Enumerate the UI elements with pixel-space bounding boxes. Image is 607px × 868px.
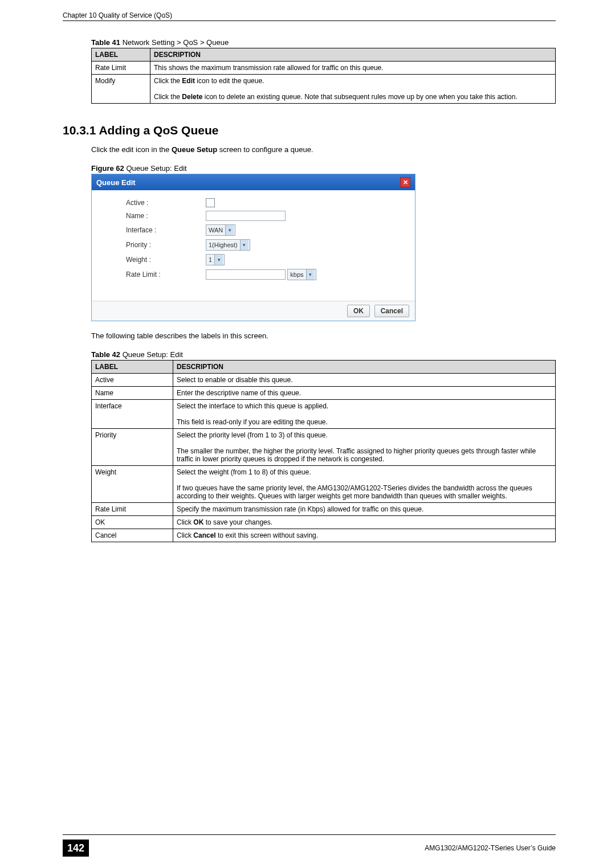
- table41: LABEL DESCRIPTION Rate Limit This shows …: [91, 48, 556, 104]
- intro-bold: Queue Setup: [172, 145, 217, 154]
- cell-bold: OK: [193, 518, 203, 526]
- table-row: Active Select to enable or disable this …: [92, 374, 556, 387]
- interface-select[interactable]: WAN ▾: [206, 224, 235, 236]
- table41-row0-desc: This shows the maximum transmission rate…: [150, 62, 556, 75]
- table42-row0-desc: Select to enable or disable this queue.: [173, 374, 556, 387]
- form-row-priority: Priority : 1(Highest) ▾: [126, 239, 404, 251]
- table42-row7-label: Cancel: [92, 529, 173, 542]
- dialog-footer: OK Cancel: [92, 301, 415, 321]
- figure62-caption: Figure 62 Queue Setup: Edit: [91, 164, 556, 173]
- table42-row5-label: Rate Limit: [92, 503, 173, 516]
- table42-row6-label: OK: [92, 516, 173, 529]
- dialog-title-text: Queue Edit: [96, 178, 136, 187]
- table42: LABEL DESCRIPTION Active Select to enabl…: [91, 360, 556, 542]
- cell-text: to exit this screen without saving.: [216, 531, 318, 539]
- table-row: OK Click OK to save your changes.: [92, 516, 556, 529]
- table-row: Interface Select the interface to which …: [92, 400, 556, 429]
- cancel-button[interactable]: Cancel: [374, 305, 409, 317]
- weight-value: 1: [209, 256, 212, 263]
- active-checkbox[interactable]: [206, 198, 215, 207]
- table42-caption-text: Queue Setup: Edit: [123, 350, 183, 359]
- table42-caption-prefix: Table 42: [91, 350, 123, 359]
- ok-button[interactable]: OK: [347, 305, 370, 317]
- rate-limit-input[interactable]: [206, 269, 286, 280]
- chevron-down-icon: ▾: [306, 269, 315, 280]
- page-number: 142: [63, 840, 89, 857]
- label-priority: Priority :: [126, 241, 206, 249]
- table42-row0-label: Active: [92, 374, 173, 387]
- label-interface: Interface :: [126, 226, 206, 234]
- cell-text: This field is read-only if you are editi…: [177, 418, 328, 426]
- cell-text: Select the weight (from 1 to 8) of this …: [177, 468, 311, 476]
- label-active: Active :: [126, 199, 206, 207]
- rate-unit-select[interactable]: kbps ▾: [287, 269, 316, 280]
- table42-caption: Table 42 Queue Setup: Edit: [91, 350, 556, 359]
- chevron-down-icon: ▾: [225, 225, 234, 235]
- chevron-down-icon: ▾: [240, 240, 248, 250]
- footer-row: 142 AMG1302/AMG1202-TSeries User’s Guide: [63, 840, 556, 857]
- table41-caption: Table 41 Network Setting > QoS > Queue: [91, 38, 556, 47]
- table42-row3-desc: Select the priority level (from 1 to 3) …: [173, 429, 556, 466]
- name-input[interactable]: [206, 211, 286, 221]
- page-footer: 142 AMG1302/AMG1202-TSeries User’s Guide: [0, 834, 607, 857]
- dialog-titlebar: Queue Edit ✕: [92, 174, 415, 190]
- figure62-caption-text: Queue Setup: Edit: [126, 164, 186, 173]
- form-row-rate-limit: Rate Limit : kbps ▾: [126, 269, 404, 280]
- footer-rule: [63, 834, 556, 835]
- form-row-weight: Weight : 1 ▾: [126, 254, 404, 265]
- table-row: Weight Select the weight (from 1 to 8) o…: [92, 466, 556, 503]
- table41-row0-label: Rate Limit: [92, 62, 150, 75]
- cell-text: Click the: [154, 93, 182, 101]
- table42-row4-desc: Select the weight (from 1 to 8) of this …: [173, 466, 556, 503]
- close-icon[interactable]: ✕: [400, 177, 410, 187]
- table-header-row: LABEL DESCRIPTION: [92, 361, 556, 374]
- form-row-interface: Interface : WAN ▾: [126, 224, 404, 236]
- priority-select[interactable]: 1(Highest) ▾: [206, 239, 250, 251]
- label-name: Name :: [126, 212, 206, 220]
- cell-text: Select the interface to which this queue…: [177, 402, 328, 410]
- table41-caption-text: Network Setting > QoS > Queue: [123, 38, 229, 47]
- table42-header-label: LABEL: [92, 361, 173, 374]
- cell-text: Select the priority level (from 1 to 3) …: [177, 431, 328, 439]
- cell-text: icon to edit the queue.: [195, 77, 264, 85]
- table41-header-label: LABEL: [92, 48, 150, 62]
- section-heading: 10.3.1 Adding a QoS Queue: [63, 124, 556, 137]
- rate-unit-value: kbps: [290, 271, 303, 278]
- queue-edit-dialog: Queue Edit ✕ Active : Name : Interface :…: [91, 174, 415, 321]
- weight-select[interactable]: 1 ▾: [206, 254, 225, 265]
- cell-text: Click the: [154, 77, 182, 85]
- table41-row1-desc: Click the Edit icon to edit the queue. C…: [150, 75, 556, 104]
- header-rule: [63, 21, 556, 21]
- table42-row7-desc: Click Cancel to exit this screen without…: [173, 529, 556, 542]
- para-after-figure: The following table describes the labels…: [91, 331, 556, 340]
- dialog-body: Active : Name : Interface : WAN ▾ Priori…: [92, 190, 415, 301]
- table-row: Cancel Click Cancel to exit this screen …: [92, 529, 556, 542]
- priority-value: 1(Highest): [209, 241, 238, 248]
- table42-row3-label: Priority: [92, 429, 173, 466]
- table42-row2-label: Interface: [92, 400, 173, 429]
- interface-value: WAN: [209, 227, 223, 234]
- form-row-name: Name :: [126, 211, 404, 221]
- table-row: Modify Click the Edit icon to edit the q…: [92, 75, 556, 104]
- form-row-active: Active :: [126, 198, 404, 207]
- table41-header-desc: DESCRIPTION: [150, 48, 556, 62]
- cell-bold: Cancel: [193, 531, 215, 539]
- table42-row1-desc: Enter the descriptive name of this queue…: [173, 387, 556, 400]
- table-row: Priority Select the priority level (from…: [92, 429, 556, 466]
- chapter-header: Chapter 10 Quality of Service (QoS): [63, 11, 556, 21]
- table42-row1-label: Name: [92, 387, 173, 400]
- table42-row6-desc: Click OK to save your changes.: [173, 516, 556, 529]
- cell-text: icon to delete an existing queue. Note t…: [202, 93, 517, 101]
- intro-text: Click the edit icon in the: [91, 145, 172, 154]
- section-intro: Click the edit icon in the Queue Setup s…: [91, 145, 556, 154]
- intro-text: screen to configure a queue.: [217, 145, 313, 154]
- footer-guide-text: AMG1302/AMG1202-TSeries User’s Guide: [100, 844, 556, 852]
- table-row: Rate Limit Specify the maximum transmiss…: [92, 503, 556, 516]
- cell-text: Click: [177, 518, 193, 526]
- chevron-down-icon: ▾: [214, 255, 223, 265]
- cell-bold: Delete: [182, 93, 202, 101]
- table42-row5-desc: Specify the maximum transmission rate (i…: [173, 503, 556, 516]
- table42-row4-label: Weight: [92, 466, 173, 503]
- table41-row1-label: Modify: [92, 75, 150, 104]
- table42-row2-desc: Select the interface to which this queue…: [173, 400, 556, 429]
